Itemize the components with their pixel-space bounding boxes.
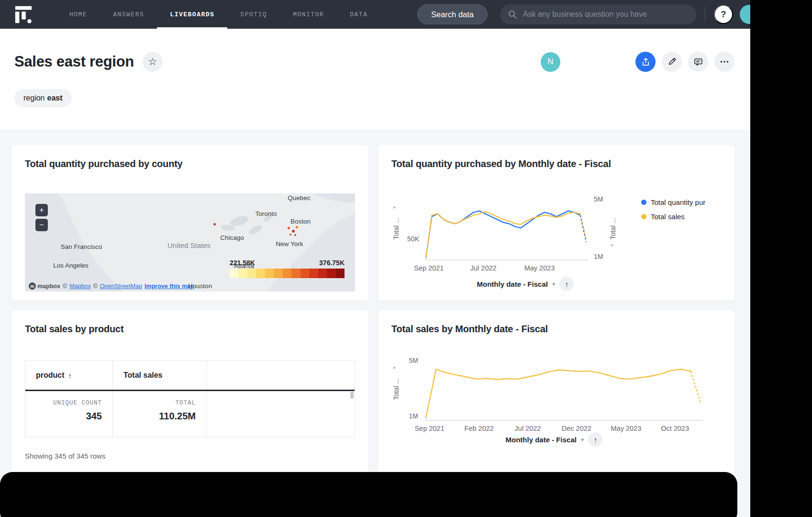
chart-plot-area[interactable] xyxy=(424,197,589,260)
help-button[interactable]: ? xyxy=(714,5,733,24)
map-attribution: m mapbox © Mapbox © OpenStreetMap Improv… xyxy=(29,282,194,290)
table-header-row: product ↑ Total sales xyxy=(25,361,355,391)
nav-item-data[interactable]: DATA xyxy=(337,0,380,29)
x-axis-label[interactable]: Monthly date - Fiscal xyxy=(477,280,548,288)
card-qty-by-month: Total quantity purchased by Monthly date… xyxy=(378,145,735,301)
column-label: product xyxy=(36,371,65,380)
axis-pan-right-icon[interactable]: ▸ xyxy=(393,204,396,210)
card-qty-by-county: Total quantity purchased by county Quebe… xyxy=(11,145,368,301)
left-axis-tick: 50K xyxy=(407,235,419,243)
nav-item-monitor[interactable]: MONITOR xyxy=(280,0,337,29)
header-actions: N xyxy=(541,52,734,72)
author-avatar[interactable]: N xyxy=(541,52,560,72)
map-label: Toronto xyxy=(255,210,277,217)
map-color-legend: 221.58K 376.75K xyxy=(230,259,345,278)
card-sales-by-product: Total sales by product product ↑ Total s… xyxy=(11,310,368,478)
sort-direction-button[interactable]: ↑ xyxy=(559,277,574,291)
x-axis-label[interactable]: Monthly date - Fiscal xyxy=(506,436,577,444)
nav-item-answers[interactable]: ANSWERS xyxy=(100,0,157,29)
left-axis-tick: 1M xyxy=(409,412,418,420)
summary-cell-unique-count: UNIQUE COUNT 345 xyxy=(25,391,113,437)
ask-question-searchbar[interactable] xyxy=(500,4,696,24)
improve-map-link[interactable]: Improve this map xyxy=(145,283,194,290)
left-axis-title: Total ... xyxy=(392,218,400,239)
column-header-empty xyxy=(207,361,355,390)
comments-button[interactable] xyxy=(688,52,708,72)
x-axis-control: Monthly date - Fiscal ▾ ↑ xyxy=(391,432,717,447)
card-title: Total quantity purchased by Monthly date… xyxy=(391,158,722,169)
x-tick: Oct 2023 xyxy=(661,425,689,432)
chart-legend: Total quantity pur Total sales xyxy=(641,197,722,260)
ask-question-input[interactable] xyxy=(522,10,689,19)
zoom-out-button[interactable]: − xyxy=(35,219,48,231)
thoughtspot-logo-icon[interactable] xyxy=(13,4,34,24)
right-axis-tick: 1M xyxy=(594,253,603,260)
chevron-down-icon[interactable]: ▾ xyxy=(581,436,584,443)
column-header-product[interactable]: product ↑ xyxy=(25,361,113,390)
map-data-point xyxy=(292,230,295,233)
search-data-button[interactable]: Search data xyxy=(417,4,488,24)
legend-label: Total sales xyxy=(651,213,685,221)
mapbox-logo-icon: m xyxy=(29,282,36,290)
table-scrollbar[interactable] xyxy=(350,392,354,399)
map-data-point xyxy=(213,223,216,225)
right-axis-ticks: 5M 1M xyxy=(589,197,608,260)
chevron-down-icon[interactable]: ▾ xyxy=(552,281,556,288)
summary-cell-empty xyxy=(207,391,355,437)
x-tick: Sep 2021 xyxy=(415,425,445,432)
card-title: Total sales by Monthly date - Fiscal xyxy=(391,324,722,335)
star-icon: ☆ xyxy=(148,56,157,67)
summary-cell-total: TOTAL 110.25M xyxy=(113,391,207,437)
zoom-in-button[interactable]: + xyxy=(35,204,48,216)
search-icon xyxy=(508,10,517,19)
axis-pan-left-icon[interactable]: ◂ xyxy=(610,242,613,248)
summary-label: TOTAL xyxy=(113,400,196,406)
nav-item-home[interactable]: HOME xyxy=(56,0,100,29)
svg-text:m: m xyxy=(30,284,34,289)
sort-asc-icon: ↑ xyxy=(68,371,72,380)
summary-value: 345 xyxy=(25,411,102,422)
edit-button[interactable] xyxy=(662,52,682,72)
card-sales-by-month: Total sales by Monthly date - Fiscal ▸ T… xyxy=(378,310,735,478)
x-tick: Jul 2022 xyxy=(470,264,497,272)
filter-chip-region[interactable]: region east xyxy=(14,89,72,107)
left-axis-title: Total ... xyxy=(392,378,400,400)
x-tick: May 2023 xyxy=(524,264,555,272)
share-icon xyxy=(641,57,651,67)
user-avatar[interactable] xyxy=(740,5,750,24)
more-options-button[interactable] xyxy=(714,52,734,72)
share-button[interactable] xyxy=(635,52,656,72)
mapbox-link[interactable]: Mapbox xyxy=(69,283,90,290)
bottom-dock-bar xyxy=(0,472,737,517)
legend-dot-blue xyxy=(641,200,646,205)
legend-item[interactable]: Total quantity pur xyxy=(641,198,722,206)
line-chart-qty: Sep 2021 Jul 2022 May 2023 xyxy=(424,197,589,260)
copyright-symbol: © xyxy=(93,283,98,290)
ellipsis-icon xyxy=(719,56,730,67)
map-data-point xyxy=(294,234,296,236)
map-zoom-control: + − xyxy=(35,204,48,231)
favorite-star-button[interactable]: ☆ xyxy=(143,52,163,72)
arrow-up-icon: ↑ xyxy=(565,280,569,288)
right-axis-title: Total ... xyxy=(609,218,617,239)
chart-plot-area[interactable] xyxy=(424,358,704,421)
page-title: Sales east region xyxy=(14,53,134,70)
x-tick: Sep 2021 xyxy=(414,264,444,272)
app-window: HOME ANSWERS LIVEBOARDS SPOTIQ MONITOR D… xyxy=(0,0,750,517)
pencil-icon xyxy=(667,57,677,67)
column-header-total-sales[interactable]: Total sales xyxy=(113,361,207,390)
nav-item-liveboards[interactable]: LIVEBOARDS xyxy=(157,0,227,29)
left-axis-tick: 5M xyxy=(409,357,418,364)
openstreetmap-link[interactable]: OpenStreetMap xyxy=(100,283,142,290)
axis-pan-right-icon[interactable]: ▸ xyxy=(393,364,396,371)
column-label: Total sales xyxy=(123,371,163,380)
left-axis: ▸ Total ... xyxy=(391,358,401,421)
legend-item[interactable]: Total sales xyxy=(641,213,722,221)
legend-min-value: 221.58K xyxy=(230,259,255,267)
mapbox-brand[interactable]: m mapbox xyxy=(29,282,60,290)
card-title: Total sales by product xyxy=(25,324,355,335)
nav-item-spotiq[interactable]: SPOTIQ xyxy=(227,0,280,29)
map-label: Boston xyxy=(290,218,311,225)
sort-direction-button[interactable]: ↑ xyxy=(588,432,602,447)
geo-map[interactable]: QuebecTorontoBostonChicagoUnited StatesN… xyxy=(25,193,355,292)
